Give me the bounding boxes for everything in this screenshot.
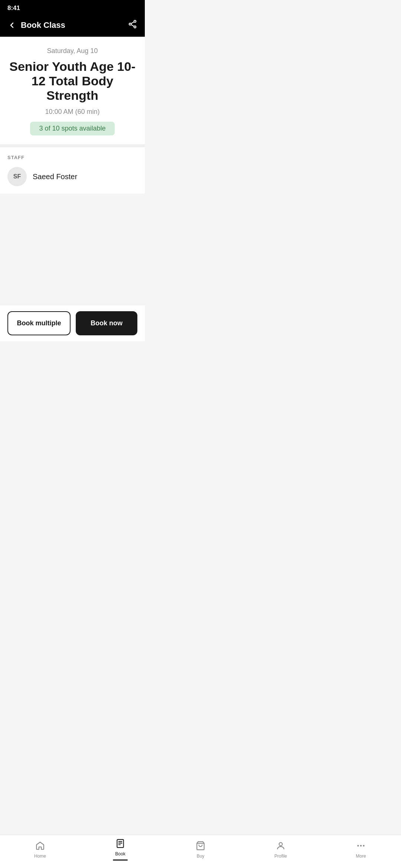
svg-line-3 [131, 22, 134, 24]
class-title: Senior Youth Age 10-12 Total Body Streng… [7, 59, 137, 103]
status-bar: 8:41 [0, 0, 145, 15]
svg-line-4 [131, 24, 134, 26]
class-info-section: Saturday, Aug 10 Senior Youth Age 10-12 … [0, 37, 145, 147]
staff-section: STAFF SF Saeed Foster [0, 147, 145, 194]
staff-avatar: SF [7, 167, 27, 186]
header-left: Book Class [7, 20, 65, 30]
staff-initials: SF [13, 173, 21, 180]
svg-point-1 [129, 23, 131, 25]
staff-section-label: STAFF [7, 155, 137, 160]
content-area: Saturday, Aug 10 Senior Youth Age 10-12 … [0, 37, 145, 341]
book-now-button[interactable]: Book now [76, 311, 137, 335]
class-time: 10:00 AM (60 min) [7, 108, 137, 116]
back-button[interactable] [7, 21, 16, 30]
book-multiple-button[interactable]: Book multiple [7, 311, 71, 335]
staff-name: Saeed Foster [33, 172, 77, 181]
staff-item: SF Saeed Foster [7, 167, 137, 186]
class-date: Saturday, Aug 10 [7, 47, 137, 55]
svg-point-0 [134, 20, 136, 22]
header: Book Class [0, 15, 145, 37]
content-spacer [0, 194, 145, 305]
header-title: Book Class [21, 20, 65, 30]
spots-available-badge: 3 of 10 spots available [30, 122, 114, 135]
status-time: 8:41 [7, 4, 20, 11]
share-button[interactable] [128, 19, 137, 31]
svg-point-2 [134, 26, 136, 28]
action-buttons: Book multiple Book now [0, 305, 145, 341]
page: 8:41 Book Class Saturday, Aug 10 [0, 0, 145, 341]
